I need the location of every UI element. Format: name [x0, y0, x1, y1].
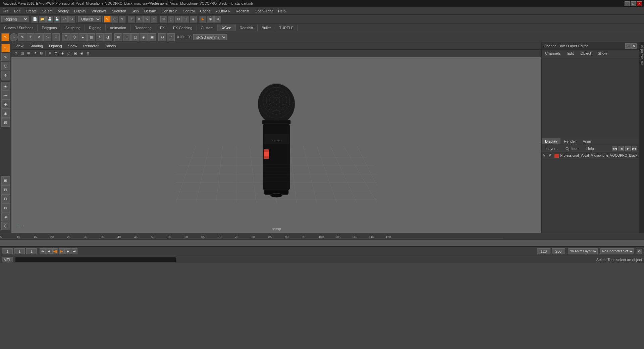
lasso-icon-btn[interactable]: ○	[10, 33, 18, 41]
render-btn[interactable]: ▶	[200, 16, 206, 22]
menu-display[interactable]: Display	[71, 8, 89, 14]
vt-btn6[interactable]: ⊕	[47, 50, 53, 56]
tool3-lt-btn[interactable]: ⊟	[1, 194, 10, 203]
wireframe-btn[interactable]: ⬡	[70, 33, 78, 41]
prev-frame-btn[interactable]: ◀	[46, 248, 52, 254]
tab-show[interactable]: Show	[594, 50, 610, 56]
shadow-btn[interactable]: ◑	[104, 33, 112, 41]
tool2-lt-btn[interactable]: ⊡	[1, 185, 10, 194]
objects-selector[interactable]: Objects	[78, 16, 101, 22]
mode-selector[interactable]: Rigging Modeling Animation Rendering FX	[1, 16, 29, 22]
menu-skin[interactable]: Skin	[129, 8, 141, 14]
snap-grid-btn[interactable]: ⊞	[160, 16, 167, 22]
timeline-ruler[interactable]: 5 10 15 20 25 30 35 40 45 50 55 60 65 70…	[0, 233, 644, 240]
select-icon-btn[interactable]: ↖	[1, 33, 9, 41]
soft-lt-btn[interactable]: ◉	[1, 109, 10, 118]
next-frame-btn[interactable]: ▶	[65, 248, 71, 254]
poly-count-btn[interactable]: ⊞	[114, 33, 122, 41]
script-mode-label[interactable]: MEL	[2, 257, 13, 262]
vp-panels-menu[interactable]: Panels	[102, 43, 119, 49]
cb-pin-btn[interactable]: +	[625, 43, 631, 49]
gamma-dropdown[interactable]: sRGB gamma	[193, 34, 227, 40]
tab-options[interactable]: Options	[562, 146, 582, 152]
xray-btn[interactable]: ⊙	[158, 33, 166, 41]
tool6-lt-btn[interactable]: ⬡	[1, 221, 10, 230]
menu-cache[interactable]: Cache	[197, 8, 213, 14]
tab-edit[interactable]: Edit	[564, 50, 577, 56]
tab-xgen[interactable]: XGen	[218, 24, 235, 31]
layer-item[interactable]: V P Professional_Vocal_Microphone_VOCOPR…	[542, 152, 639, 159]
vt-btn4[interactable]: ↺	[32, 50, 38, 56]
paint-icon-btn[interactable]: ✎	[18, 33, 26, 41]
attr-editor-label[interactable]: Attribute Editor	[640, 45, 643, 68]
rotate-icon-btn[interactable]: ↺	[35, 33, 43, 41]
open-btn[interactable]: 📂	[39, 16, 46, 22]
tab-rendering[interactable]: Rendering	[130, 24, 156, 31]
layer-prev-prev-btn[interactable]: ◀◀	[612, 146, 617, 151]
tab-animation[interactable]: Animation	[106, 24, 130, 31]
anim-layer-select[interactable]: No Anim Layer	[568, 248, 598, 254]
tab-channels[interactable]: Channels	[542, 50, 564, 56]
viewport[interactable]: View Shading Lighting Show Renderer Pane…	[11, 42, 541, 233]
maximize-button[interactable]: □	[631, 1, 636, 6]
tab-fx-caching[interactable]: FX Caching	[169, 24, 197, 31]
viewport-canvas[interactable]: VocoPro VOCOPRO	[11, 57, 541, 233]
menu-select[interactable]: Select	[40, 8, 55, 14]
timeline-settings-btn[interactable]: ⚙	[637, 249, 642, 254]
vt-btn8[interactable]: ◈	[59, 50, 65, 56]
select-tool-btn[interactable]: ↖	[104, 16, 111, 22]
vp-view-menu[interactable]: View	[13, 43, 26, 49]
tool5-lt-btn[interactable]: ◈	[1, 212, 10, 221]
vt-btn12[interactable]: ⊠	[85, 50, 91, 56]
snap-view-btn[interactable]: ⊟	[182, 16, 189, 22]
tick-input[interactable]	[26, 248, 37, 254]
select-lt-btn[interactable]: ↖	[1, 44, 10, 52]
character-set-select[interactable]: No Character Set	[600, 248, 634, 254]
tab-sculpting[interactable]: Sculpting	[61, 24, 85, 31]
vt-btn3[interactable]: ⊞	[25, 50, 32, 56]
vt-btn7[interactable]: ⊙	[53, 50, 59, 56]
resolution-btn[interactable]: ▣	[148, 33, 156, 41]
paint-select-btn[interactable]: ✎	[119, 16, 125, 22]
show-menu-btn[interactable]: ☰	[62, 33, 70, 41]
tab-polygons[interactable]: Polygons	[38, 24, 61, 31]
vt-btn9[interactable]: ⬡	[66, 50, 72, 56]
tab-bullet[interactable]: Bullet	[258, 24, 275, 31]
cb-close-btn[interactable]: ✕	[631, 43, 637, 49]
soft-mod-btn[interactable]: ≈	[52, 33, 60, 41]
menu-constrain[interactable]: Constrain	[159, 8, 180, 14]
play-fwd-btn[interactable]: ▶	[59, 248, 65, 254]
gamma-selector[interactable]: sRGB gamma	[193, 34, 227, 40]
snap-point-btn[interactable]: ⊡	[175, 16, 182, 22]
menu-skeleton[interactable]: Skeleton	[109, 8, 129, 14]
tool1-lt-btn[interactable]: ⊞	[1, 176, 10, 185]
menu-openflight[interactable]: OpenFlight	[252, 8, 275, 14]
tool4-lt-btn[interactable]: ⊠	[1, 203, 10, 212]
texture-btn[interactable]: ▦	[87, 33, 95, 41]
vp-renderer-menu[interactable]: Renderer	[80, 43, 101, 49]
close-button[interactable]: ✕	[637, 1, 642, 6]
go-start-btn[interactable]: ⏮	[40, 248, 46, 254]
tab-rigging[interactable]: Rigging	[85, 24, 106, 31]
range-end-input[interactable]	[537, 248, 550, 254]
menu-control[interactable]: Control	[180, 8, 197, 14]
snap-surface-btn[interactable]: ◈	[190, 16, 197, 22]
snap-curve-btn[interactable]: ◌	[168, 16, 174, 22]
tab-display[interactable]: Display	[542, 138, 560, 144]
universal-btn[interactable]: ⊕	[151, 16, 157, 22]
tab-fx[interactable]: FX	[156, 24, 169, 31]
light-btn[interactable]: ☀	[96, 33, 104, 41]
layer-next-next-btn[interactable]: ▶▶	[632, 146, 637, 151]
menu-deform[interactable]: Deform	[142, 8, 159, 14]
vt-btn10[interactable]: ▣	[72, 50, 78, 56]
move-lt-btn[interactable]: ✛	[1, 71, 10, 80]
poly-lt-btn[interactable]: ◈	[1, 82, 10, 91]
tab-turtle[interactable]: TURTLE	[275, 24, 298, 31]
ipr-btn[interactable]: ◉	[207, 16, 214, 22]
smooth-btn[interactable]: ●	[79, 33, 87, 41]
menu-edit[interactable]: Edit	[11, 8, 23, 14]
layer-prev-btn[interactable]: ◀	[619, 146, 624, 151]
undo-btn[interactable]: ↩	[61, 16, 68, 22]
tab-render[interactable]: Render	[560, 138, 579, 144]
joints-btn[interactable]: ⊕	[167, 33, 175, 41]
